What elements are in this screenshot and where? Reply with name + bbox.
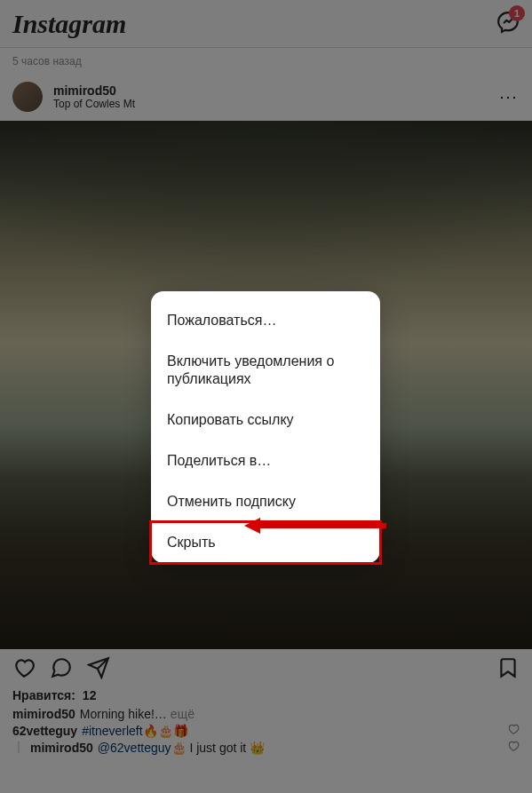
- modal-item-report[interactable]: Пожаловаться…: [151, 300, 380, 341]
- modal-item-unfollow[interactable]: Отменить подписку: [151, 481, 380, 522]
- modal-item-share[interactable]: Поделиться в…: [151, 440, 380, 481]
- modal-item-notifications[interactable]: Включить уведомления о публикациях: [151, 341, 380, 400]
- modal-item-hide[interactable]: Скрыть: [151, 522, 380, 563]
- options-modal: Пожаловаться… Включить уведомления о пуб…: [151, 291, 380, 563]
- modal-item-copy-link[interactable]: Копировать ссылку: [151, 400, 380, 440]
